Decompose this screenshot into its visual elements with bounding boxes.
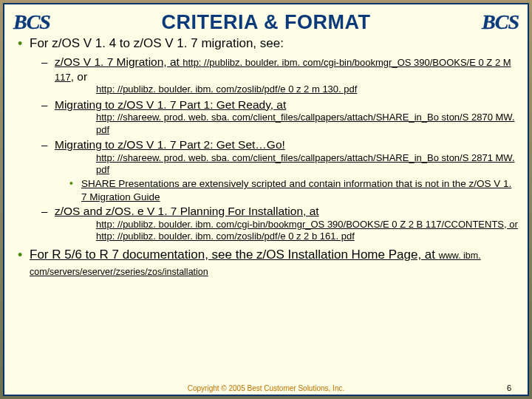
link-publibz-ccontents[interactable]: http: //publibz. boulder. ibm. com/cgi-b… bbox=[96, 219, 504, 230]
lead-text: z/OS and z/OS. e V 1. 7 Planning For Ins… bbox=[55, 205, 319, 217]
bullet-share-note: SHARE Presentations are extensively scri… bbox=[13, 177, 519, 203]
lead-text: Migrating to z/OS V 1. 7 Part 1: Get Rea… bbox=[55, 98, 286, 111]
link-share-part2[interactable]: http: //shareew. prod. web. sba. com/cli… bbox=[55, 152, 519, 177]
logo-right: BCS bbox=[482, 10, 519, 34]
bullet-planning-install: z/OS and z/OS. e V 1. 7 Planning For Ins… bbox=[13, 204, 519, 242]
bullet-migration-see: For z/OS V 1. 4 to z/OS V 1. 7 migration… bbox=[13, 35, 519, 52]
page-number: 6 bbox=[507, 383, 511, 392]
bullet-zos-migration: z/OS V 1. 7 Migration, at http: //publib… bbox=[13, 55, 519, 96]
link-planning-a: http: //publibz. boulder. ibm. com/cgi-b… bbox=[55, 219, 519, 231]
or-text: , or bbox=[71, 70, 87, 83]
slide: BCS CRITERIA & FORMAT BCS For z/OS V 1. … bbox=[3, 3, 529, 396]
link-publibz-b161[interactable]: http: //publibz. boulder. ibm. com/zosli… bbox=[55, 231, 519, 242]
logo-left: BCS bbox=[13, 10, 50, 34]
link-share-part1[interactable]: http: //shareew. prod. web. sba. com/cli… bbox=[55, 112, 519, 136]
lead-text: z/OS V 1. 7 Migration, at bbox=[55, 55, 183, 68]
bullet-part1: Migrating to z/OS V 1. 7 Part 1: Get Rea… bbox=[13, 98, 519, 136]
footer-copyright: Copyright © 2005 Best Customer Solutions… bbox=[4, 384, 528, 392]
bullet-r5r6-doc: For R 5/6 to R 7 documentation, see the … bbox=[13, 247, 519, 279]
link-publibz-pdf[interactable]: http: //publibz. boulder. ibm. com/zosli… bbox=[55, 83, 519, 95]
or-text: , or bbox=[504, 219, 518, 230]
slide-title: CRITERIA & FORMAT bbox=[50, 11, 482, 34]
header: BCS CRITERIA & FORMAT BCS bbox=[13, 10, 519, 34]
note-text: SHARE Presentations are extensively scri… bbox=[81, 178, 511, 202]
lead-text: For R 5/6 to R 7 documentation, see the … bbox=[30, 248, 439, 262]
bullet-part2: Migrating to z/OS V 1. 7 Part 2: Get Set… bbox=[13, 137, 519, 176]
content: For z/OS V 1. 4 to z/OS V 1. 7 migration… bbox=[13, 35, 519, 279]
lead-text: Migrating to z/OS V 1. 7 Part 2: Get Set… bbox=[55, 138, 285, 151]
